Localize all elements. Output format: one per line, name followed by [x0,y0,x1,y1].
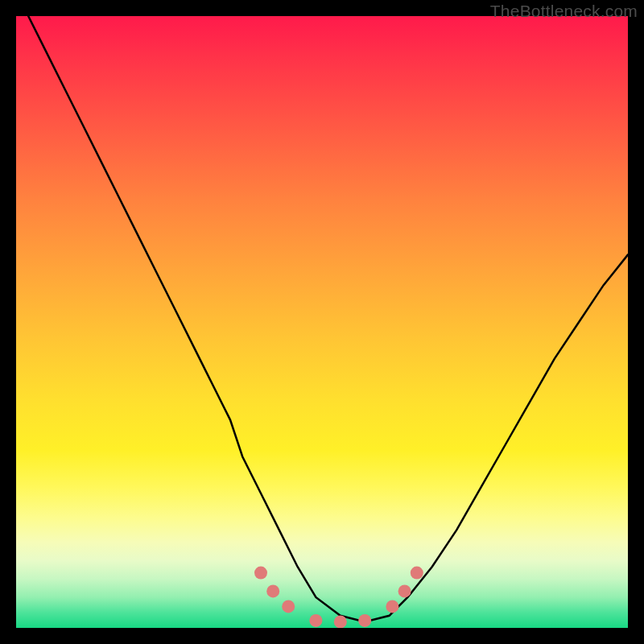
bottleneck-curve [16,16,628,621]
marker-bottom-2 [334,615,347,628]
marker-right-1 [386,600,398,613]
marker-bottom-1 [309,614,322,627]
chart-svg [16,16,628,628]
marker-left-1 [254,567,267,580]
marker-left-3 [282,600,295,613]
curve-group [16,16,628,621]
plot-area [16,16,628,628]
chart-frame: TheBottleneck.com [0,0,644,644]
marker-right-3 [411,567,423,580]
marker-group [254,567,423,628]
marker-bottom-3 [358,614,371,627]
marker-right-2 [398,584,411,597]
marker-left-2 [266,584,279,597]
watermark-text: TheBottleneck.com [490,2,638,21]
